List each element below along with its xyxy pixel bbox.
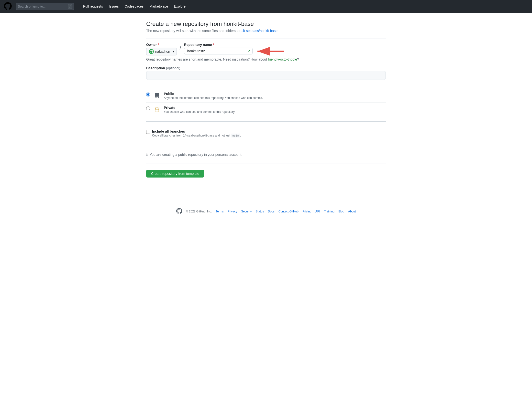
private-icon — [153, 106, 161, 114]
nav-links: Pull requests Issues Codespaces Marketpl… — [80, 2, 188, 10]
navbar: Search or jump to... / Pull requests Iss… — [0, 0, 532, 13]
pull-requests-link[interactable]: Pull requests — [80, 2, 106, 10]
public-desc: Anyone on the internet can see this repo… — [164, 96, 263, 100]
description-group: Description (optional) — [146, 66, 386, 80]
owner-group: Owner * nakachon ▾ — [146, 43, 177, 55]
repo-name-label: Repository name * — [184, 43, 253, 47]
footer-github-logo — [176, 208, 182, 215]
main-content: Create a new repository from honkit-base… — [142, 13, 390, 192]
hint-text: Great repository names are short and mem… — [146, 57, 386, 61]
info-icon: ℹ — [146, 152, 148, 157]
status-link[interactable]: Status — [256, 210, 264, 213]
section-divider — [146, 39, 386, 39]
repo-name-group: Repository name * ✓ — [184, 43, 253, 54]
owner-required: * — [158, 43, 159, 47]
contact-link[interactable]: Contact GitHub — [278, 210, 299, 213]
repo-required: * — [213, 43, 214, 47]
public-option: Public Anyone on the internet can see th… — [146, 89, 386, 103]
private-content: Private You choose who can see and commi… — [164, 106, 235, 114]
create-repo-button[interactable]: Create repository from template — [146, 170, 204, 178]
owner-label: Owner * — [146, 43, 177, 47]
slash-separator: / — [180, 43, 181, 51]
marketplace-link[interactable]: Marketplace — [146, 2, 171, 10]
training-link[interactable]: Training — [324, 210, 334, 213]
description-input[interactable] — [146, 71, 386, 80]
include-branches-option: Include all branches Copy all branches f… — [146, 129, 386, 137]
include-branches-content: Include all branches Copy all branches f… — [152, 129, 241, 137]
include-branches-label: Include all branches — [152, 129, 241, 133]
issues-link[interactable]: Issues — [106, 2, 122, 10]
annotation-arrow — [253, 45, 287, 57]
repo-name-input-wrapper: ✓ — [184, 48, 253, 54]
pricing-link[interactable]: Pricing — [302, 210, 311, 213]
description-label: Description (optional) — [146, 66, 386, 70]
include-branches-desc: Copy all branches from 1ft-seabass/honki… — [152, 134, 241, 137]
public-content: Public Anyone on the internet can see th… — [164, 92, 263, 100]
divider-2 — [146, 84, 386, 84]
repo-name-arrow-wrapper: ✓ — [184, 48, 253, 54]
search-shortcut: / — [68, 4, 72, 9]
owner-name: nakachon — [155, 50, 170, 53]
about-link[interactable]: About — [348, 210, 356, 213]
divider-4 — [146, 145, 386, 145]
github-logo[interactable] — [4, 2, 12, 11]
owner-avatar — [149, 49, 154, 54]
branches-section: Include all branches Copy all branches f… — [146, 126, 386, 141]
public-radio[interactable] — [146, 93, 150, 96]
include-branches-checkbox[interactable] — [146, 130, 150, 134]
privacy-link[interactable]: Privacy — [228, 210, 237, 213]
private-label: Private — [164, 106, 235, 110]
public-label: Public — [164, 92, 263, 96]
private-desc: You choose who can see and commit to thi… — [164, 110, 235, 114]
footer-divider — [142, 202, 390, 202]
codespaces-link[interactable]: Codespaces — [122, 2, 146, 10]
template-source-link[interactable]: 1ft-seabass/honkit-base — [241, 29, 277, 33]
owner-chevron-icon: ▾ — [173, 50, 174, 53]
hint-name-link[interactable]: friendly-octo-tribble — [268, 57, 297, 61]
private-radio[interactable] — [146, 106, 150, 110]
page-title: Create a new repository from honkit-base — [146, 21, 386, 27]
footer: © 2022 GitHub, Inc. Terms Privacy Securi… — [0, 208, 532, 222]
footer-copyright: © 2022 GitHub, Inc. — [186, 210, 212, 213]
public-icon — [153, 92, 161, 100]
check-icon: ✓ — [247, 49, 251, 53]
blog-link[interactable]: Blog — [338, 210, 344, 213]
docs-link[interactable]: Docs — [268, 210, 275, 213]
explore-link[interactable]: Explore — [171, 2, 188, 10]
terms-link[interactable]: Terms — [216, 210, 224, 213]
divider-5 — [146, 164, 386, 164]
private-option: Private You choose who can see and commi… — [146, 103, 386, 116]
search-bar[interactable]: Search or jump to... / — [16, 3, 74, 10]
info-note: ℹ You are creating a public repository i… — [146, 149, 386, 160]
api-link[interactable]: API — [315, 210, 320, 213]
repo-name-input[interactable] — [184, 48, 253, 54]
visibility-section: Public Anyone on the internet can see th… — [146, 89, 386, 116]
search-placeholder: Search or jump to... — [18, 5, 45, 8]
divider-3 — [146, 121, 386, 122]
page-subtitle: The new repository will start with the s… — [146, 29, 386, 33]
security-link[interactable]: Security — [241, 210, 252, 213]
owner-select[interactable]: nakachon ▾ — [146, 48, 177, 55]
info-note-text: You are creating a public repository in … — [150, 153, 242, 157]
owner-repo-row: Owner * nakachon ▾ / Repository name * ✓ — [146, 43, 386, 55]
